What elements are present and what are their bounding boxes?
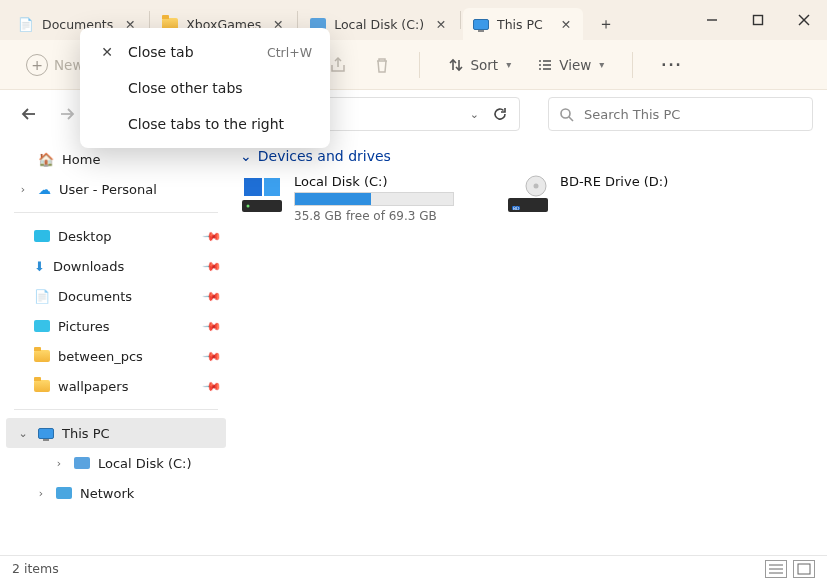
drive-info: Local Disk (C:) 35.8 GB free of 69.3 GB	[294, 174, 454, 223]
nav-label: Documents	[58, 289, 132, 304]
nav-this-pc[interactable]: ⌄ This PC	[6, 418, 226, 448]
svg-rect-34	[798, 564, 810, 574]
nav-home[interactable]: 🏠 Home	[6, 144, 226, 174]
disk-icon	[74, 457, 90, 469]
plus-circle-icon: +	[26, 54, 48, 76]
document-icon: 📄	[34, 289, 50, 304]
svg-text:BD: BD	[513, 206, 520, 211]
close-button[interactable]	[781, 0, 827, 40]
tab-label: This PC	[497, 17, 543, 32]
nav-local-disk[interactable]: › Local Disk (C:)	[6, 448, 226, 478]
nav-desktop[interactable]: Desktop 📌	[6, 221, 226, 251]
status-bar: 2 items	[0, 555, 827, 581]
nav-between-pcs[interactable]: between_pcs 📌	[6, 341, 226, 371]
content-pane: ⌄ Devices and drives Local Disk (C:) 35.…	[232, 138, 827, 555]
tab-thispc[interactable]: This PC ✕	[463, 8, 583, 40]
chevron-down-icon[interactable]: ⌄	[16, 427, 30, 440]
drive-bdre[interactable]: BD BD-RE Drive (D:)	[506, 174, 736, 223]
search-box[interactable]	[548, 97, 813, 131]
chevron-right-icon[interactable]: ›	[52, 457, 66, 470]
chevron-right-icon[interactable]: ›	[34, 487, 48, 500]
folder-icon	[34, 350, 50, 362]
tab-separator	[460, 11, 461, 29]
svg-point-27	[534, 184, 539, 189]
drive-local-disk[interactable]: Local Disk (C:) 35.8 GB free of 69.3 GB	[240, 174, 470, 223]
nav-label: Network	[80, 486, 134, 501]
nav-separator	[14, 212, 218, 213]
svg-rect-1	[754, 16, 763, 25]
nav-label: User - Personal	[59, 182, 157, 197]
menu-label: Close tabs to the right	[128, 116, 284, 132]
search-input[interactable]	[584, 107, 802, 122]
menu-close-tab[interactable]: ✕ Close tab Ctrl+W	[80, 34, 330, 70]
nav-documents[interactable]: 📄 Documents 📌	[6, 281, 226, 311]
drive-subtext: 35.8 GB free of 69.3 GB	[294, 209, 454, 223]
more-button[interactable]: ···	[653, 49, 690, 81]
pin-icon: 📌	[202, 346, 223, 367]
drive-info: BD-RE Drive (D:)	[560, 174, 668, 223]
section-header[interactable]: ⌄ Devices and drives	[240, 148, 819, 164]
details-view-button[interactable]	[765, 560, 787, 578]
nav-label: Home	[62, 152, 100, 167]
menu-close-other-tabs[interactable]: Close other tabs	[80, 70, 330, 106]
pictures-icon	[34, 320, 50, 332]
menu-label: Close tab	[128, 44, 194, 60]
tab-separator	[149, 11, 150, 29]
pin-icon: 📌	[202, 256, 223, 277]
pin-icon: 📌	[202, 376, 223, 397]
chevron-down-icon: ▾	[599, 59, 604, 70]
sort-label: Sort	[470, 57, 498, 73]
pin-icon: 📌	[202, 316, 223, 337]
nav-label: wallpapers	[58, 379, 128, 394]
chevron-down-icon: ⌄	[240, 148, 252, 164]
nav-pictures[interactable]: Pictures 📌	[6, 311, 226, 341]
pc-icon	[473, 16, 489, 32]
nav-user-personal[interactable]: › ☁ User - Personal	[6, 174, 226, 204]
drive-icon	[240, 174, 284, 214]
document-icon: 📄	[18, 16, 34, 32]
refresh-button[interactable]	[487, 106, 513, 122]
nav-network[interactable]: › Network	[6, 478, 226, 508]
close-icon[interactable]: ✕	[432, 15, 450, 33]
tab-separator	[297, 11, 298, 29]
nav-downloads[interactable]: ⬇ Downloads 📌	[6, 251, 226, 281]
svg-point-20	[561, 109, 570, 118]
optical-drive-icon: BD	[506, 174, 550, 214]
navigation-pane: 🏠 Home › ☁ User - Personal Desktop 📌 ⬇ D…	[0, 138, 232, 555]
minimize-button[interactable]	[689, 0, 735, 40]
onedrive-icon: ☁	[38, 182, 51, 197]
svg-rect-23	[264, 178, 280, 196]
thumbnails-view-button[interactable]	[793, 560, 815, 578]
tab-context-menu: ✕ Close tab Ctrl+W Close other tabs Clos…	[80, 28, 330, 148]
forward-button[interactable]	[52, 99, 82, 129]
drive-name: Local Disk (C:)	[294, 174, 454, 189]
nav-label: Pictures	[58, 319, 109, 334]
window-controls	[689, 0, 827, 40]
titlebar: 📄 Documents ✕ XboxGames ✕ Local Disk (C:…	[0, 0, 827, 40]
chevron-down-icon[interactable]: ⌄	[470, 108, 479, 121]
toolbar-separator	[419, 52, 420, 78]
downloads-icon: ⬇	[34, 259, 45, 274]
nav-wallpapers[interactable]: wallpapers 📌	[6, 371, 226, 401]
back-button[interactable]	[14, 99, 44, 129]
chevron-right-icon[interactable]: ›	[16, 183, 30, 196]
menu-close-tabs-right[interactable]: Close tabs to the right	[80, 106, 330, 142]
body: 🏠 Home › ☁ User - Personal Desktop 📌 ⬇ D…	[0, 138, 827, 555]
pc-icon	[38, 428, 54, 439]
close-icon[interactable]: ✕	[557, 15, 575, 33]
section-title: Devices and drives	[258, 148, 391, 164]
delete-button[interactable]	[365, 49, 399, 81]
search-icon	[559, 107, 574, 122]
storage-bar-fill	[295, 193, 371, 205]
new-tab-button[interactable]: ＋	[589, 8, 623, 40]
view-button[interactable]: View ▾	[529, 49, 612, 81]
maximize-button[interactable]	[735, 0, 781, 40]
nav-label: Desktop	[58, 229, 112, 244]
svg-line-21	[569, 117, 573, 121]
status-item-count: 2 items	[12, 561, 59, 576]
sort-button[interactable]: Sort ▾	[440, 49, 519, 81]
close-icon: ✕	[98, 44, 116, 60]
network-icon	[56, 487, 72, 499]
nav-label: Downloads	[53, 259, 124, 274]
tab-label: Local Disk (C:)	[334, 17, 424, 32]
